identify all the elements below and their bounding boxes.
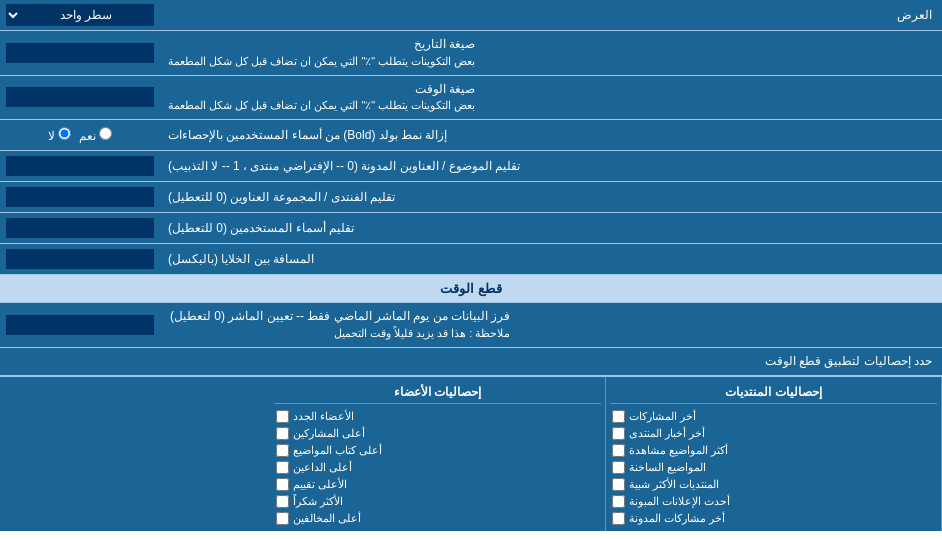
forum-item-7: أخر مشاركات المدونة	[610, 510, 937, 527]
topic-address-input-cell: 33	[0, 151, 160, 181]
members-stats-title: إحصاليات الأعضاء	[274, 381, 601, 404]
bold-remove-radio-cell: نعم لا	[0, 120, 160, 150]
member-check-4[interactable]	[276, 461, 289, 474]
member-item-7: أعلى المخالفين	[274, 510, 601, 527]
display-select[interactable]: سطر واحد	[6, 4, 154, 26]
forum-address-row: تقليم الفنتدى / المجموعة العناوين (0 للت…	[0, 182, 942, 213]
radio-no[interactable]	[58, 127, 71, 140]
forum-check-2[interactable]	[612, 427, 625, 440]
top-select-wrap: سطر واحد	[0, 0, 160, 30]
member-check-6[interactable]	[276, 495, 289, 508]
topic-address-row: تقليم الموضوع / العناوين المدونة (0 -- ا…	[0, 151, 942, 182]
radio-yes-label: نعم	[79, 127, 112, 143]
forum-check-6[interactable]	[612, 495, 625, 508]
bold-remove-row: إزالة نمط بولد (Bold) من أسماء المستخدمي…	[0, 120, 942, 151]
cell-spacing-input[interactable]: 2	[6, 249, 154, 269]
date-format-row: صيغة التاريخبعض التكوينات يتطلب "٪" التي…	[0, 31, 942, 76]
bottom-sections: إحصاليات المنتديات أخر المشاركات أخر أخب…	[0, 376, 942, 531]
cell-spacing-label: المسافة بين الخلايا (بالبكسل)	[160, 244, 942, 274]
date-format-input[interactable]: d-m	[6, 43, 154, 63]
radio-yes[interactable]	[99, 127, 112, 140]
other-stats-col	[0, 377, 270, 531]
forum-item-3: أكثر المواضيع مشاهدة	[610, 442, 937, 459]
member-check-5[interactable]	[276, 478, 289, 491]
member-item-4: أعلى الداعين	[274, 459, 601, 476]
forum-check-1[interactable]	[612, 410, 625, 423]
time-format-input[interactable]: H:i	[6, 87, 154, 107]
member-check-2[interactable]	[276, 427, 289, 440]
time-cut-input-cell: 0	[0, 303, 160, 347]
time-cut-header: قطع الوقت	[0, 275, 942, 303]
forums-stats-title: إحصاليات المنتديات	[610, 381, 937, 404]
forum-address-input-cell: 33	[0, 182, 160, 212]
forum-check-7[interactable]	[612, 512, 625, 525]
time-format-row: صيغة الوقتبعض التكوينات يتطلب "٪" التي ي…	[0, 76, 942, 121]
forum-item-1: أخر المشاركات	[610, 408, 937, 425]
user-names-input[interactable]: 0	[6, 218, 154, 238]
time-cut-row: فرز البيانات من يوم الماشر الماضي فقط --…	[0, 303, 942, 348]
forum-item-4: المواضيع الساخنة	[610, 459, 937, 476]
date-format-label: صيغة التاريخبعض التكوينات يتطلب "٪" التي…	[160, 31, 942, 75]
forum-address-label: تقليم الفنتدى / المجموعة العناوين (0 للت…	[160, 182, 942, 212]
statistics-limit-row: حدد إحصاليات لتطبيق قطع الوقت	[0, 348, 942, 376]
member-item-2: أعلى المشاركين	[274, 425, 601, 442]
member-item-3: أعلى كتاب المواضيع	[274, 442, 601, 459]
cell-spacing-input-cell: 2	[0, 244, 160, 274]
member-item-5: الأعلى تقييم	[274, 476, 601, 493]
cell-spacing-row: المسافة بين الخلايا (بالبكسل) 2	[0, 244, 942, 275]
time-format-input-cell: H:i	[0, 76, 160, 120]
forum-item-6: أحدث الإعلانات المبونة	[610, 493, 937, 510]
topic-address-input[interactable]: 33	[6, 156, 154, 176]
forum-check-5[interactable]	[612, 478, 625, 491]
radio-no-label: لا	[48, 127, 71, 143]
user-names-row: تقليم أسماء المستخدمين (0 للتعطيل) 0	[0, 213, 942, 244]
member-item-1: الأعضاء الجدد	[274, 408, 601, 425]
topic-address-label: تقليم الموضوع / العناوين المدونة (0 -- ا…	[160, 151, 942, 181]
members-stats-col: إحصاليات الأعضاء الأعضاء الجدد أعلى المش…	[270, 377, 606, 531]
member-item-6: الأكثر شكراً	[274, 493, 601, 510]
forum-item-2: أخر أخبار المنتدى	[610, 425, 937, 442]
user-names-input-cell: 0	[0, 213, 160, 243]
forum-item-5: المنتديات الأكثر شبية	[610, 476, 937, 493]
top-label: العرض	[160, 3, 942, 27]
forum-check-3[interactable]	[612, 444, 625, 457]
bold-remove-label: إزالة نمط بولد (Bold) من أسماء المستخدمي…	[160, 120, 942, 150]
statistics-limit-label: حدد إحصاليات لتطبيق قطع الوقت	[0, 350, 942, 372]
member-check-1[interactable]	[276, 410, 289, 423]
forum-check-4[interactable]	[612, 461, 625, 474]
time-cut-label: فرز البيانات من يوم الماشر الماضي فقط --…	[160, 303, 942, 347]
time-cut-input[interactable]: 0	[6, 315, 154, 335]
forum-address-input[interactable]: 33	[6, 187, 154, 207]
member-check-7[interactable]	[276, 512, 289, 525]
user-names-label: تقليم أسماء المستخدمين (0 للتعطيل)	[160, 213, 942, 243]
member-check-3[interactable]	[276, 444, 289, 457]
date-format-input-cell: d-m	[0, 31, 160, 75]
forums-stats-col: إحصاليات المنتديات أخر المشاركات أخر أخب…	[606, 377, 942, 531]
time-format-label: صيغة الوقتبعض التكوينات يتطلب "٪" التي ي…	[160, 76, 942, 120]
top-row: العرض سطر واحد	[0, 0, 942, 31]
